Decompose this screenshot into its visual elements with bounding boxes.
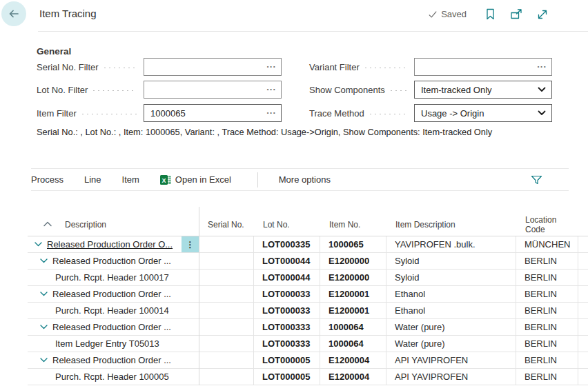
row-options-button[interactable]: ⋮ bbox=[182, 236, 199, 252]
table-row[interactable]: Released Production Order ... LOT000044 … bbox=[28, 253, 588, 270]
tracing-table: Description Serial No. Lot No. Item No. … bbox=[28, 214, 588, 385]
item-cell: E1200001 bbox=[320, 303, 386, 318]
description-cell: Purch. Rcpt. Header 100014 bbox=[28, 303, 199, 318]
item-description-cell: Ethanol bbox=[386, 286, 516, 302]
description-text[interactable]: Released Production Order ... bbox=[52, 322, 171, 332]
title-divider bbox=[38, 31, 588, 32]
item-filter-input[interactable]: 1000065 ... bbox=[144, 104, 282, 122]
col-header-location-code[interactable]: Location Code bbox=[516, 214, 578, 236]
description-text[interactable]: Released Production Order ... bbox=[52, 355, 171, 365]
description-cell: Released Production Order ... bbox=[28, 352, 199, 368]
col-header-lot-no[interactable]: Lot No. bbox=[254, 214, 320, 236]
description-text[interactable]: Released Production Order ... bbox=[52, 289, 171, 299]
table-row[interactable]: Purch. Rcpt. Header 100005 LOT000005 E12… bbox=[28, 369, 588, 385]
col-header-spacer bbox=[578, 214, 588, 236]
general-section: General Serial No. Filter ... Lot No. Fi… bbox=[0, 41, 588, 169]
location-cell: BERLIN bbox=[516, 270, 578, 285]
table-row[interactable]: Released Production Order ... LOT000033 … bbox=[28, 286, 588, 303]
table-row[interactable]: Released Production Order ... LOT000333 … bbox=[28, 319, 588, 336]
filter-button[interactable] bbox=[531, 174, 542, 185]
location-cell: BERLIN bbox=[516, 303, 578, 318]
trace-method-select[interactable]: Usage -> Origin bbox=[414, 104, 552, 122]
spacer-cell bbox=[578, 253, 588, 269]
expand-chevron-icon[interactable] bbox=[35, 242, 42, 247]
description-cell: Purch. Rcpt. Header 100017 bbox=[28, 270, 199, 285]
open-in-excel-button[interactable]: X Open in Excel bbox=[160, 174, 231, 185]
expand-chevron-icon[interactable] bbox=[40, 358, 48, 363]
item-description-cell: YAVIPROFEN .bulk. bbox=[386, 236, 516, 252]
item-cell: E1200000 bbox=[320, 270, 386, 285]
description-text[interactable]: Purch. Rcpt. Header 100017 bbox=[55, 272, 169, 283]
table-row[interactable]: Item Ledger Entry T05013 LOT000333 10000… bbox=[28, 336, 588, 352]
serial-cell bbox=[199, 319, 254, 335]
item-description-cell: Water (pure) bbox=[386, 336, 516, 352]
expand-chevron-icon[interactable] bbox=[40, 325, 48, 329]
field-serial-no-filter: Serial No. Filter ... bbox=[37, 58, 282, 76]
serial-cell bbox=[199, 352, 254, 368]
table-row[interactable]: Released Production Order ... LOT000005 … bbox=[28, 352, 588, 369]
lot-cell: LOT000335 bbox=[254, 236, 320, 252]
back-button[interactable] bbox=[1, 1, 26, 26]
location-cell: BERLIN bbox=[516, 369, 578, 385]
expand-chevron-icon[interactable] bbox=[40, 258, 48, 263]
table-row[interactable]: Purch. Rcpt. Header 100014 LOT000033 E12… bbox=[28, 303, 588, 319]
lot-cell: LOT000044 bbox=[254, 270, 320, 285]
description-text[interactable]: Released Production Order ... bbox=[52, 256, 171, 266]
spacer-cell bbox=[578, 236, 588, 252]
field-trace-method: Trace Method Usage -> Origin bbox=[309, 104, 552, 122]
lot-cell: LOT000044 bbox=[254, 253, 320, 269]
item-description-cell: API YAVIPROFEN bbox=[386, 352, 516, 368]
line-menu[interactable]: Line bbox=[84, 174, 101, 185]
item-filter-value: 1000065 bbox=[150, 108, 186, 119]
item-tracing-page: Item Tracing Saved bbox=[0, 0, 588, 386]
process-menu[interactable]: Process bbox=[31, 174, 63, 185]
bookmark-button[interactable] bbox=[484, 7, 497, 21]
location-cell: MÜNCHEN bbox=[516, 236, 578, 252]
assist-edit-button[interactable]: ... bbox=[266, 105, 276, 116]
description-link[interactable]: Released Production Order O... bbox=[47, 239, 173, 250]
assist-edit-button[interactable]: ... bbox=[266, 82, 276, 92]
expand-button[interactable] bbox=[536, 8, 549, 21]
item-description-cell: API YAVIPROFEN bbox=[386, 369, 516, 385]
show-components-select[interactable]: Item-tracked Only bbox=[414, 81, 552, 99]
location-cell: BERLIN bbox=[516, 286, 578, 302]
assist-edit-button[interactable]: ... bbox=[537, 59, 547, 70]
section-title: General bbox=[37, 46, 71, 57]
assist-edit-button[interactable]: ... bbox=[266, 59, 276, 70]
item-cell: E1200001 bbox=[320, 286, 386, 302]
description-text[interactable]: Item Ledger Entry T05013 bbox=[55, 338, 159, 349]
spacer-cell bbox=[578, 369, 588, 385]
col-header-item-no[interactable]: Item No. bbox=[320, 214, 386, 236]
serial-no-filter-input[interactable]: ... bbox=[144, 58, 282, 76]
description-text[interactable]: Purch. Rcpt. Header 100014 bbox=[55, 305, 169, 316]
open-in-new-window-button[interactable] bbox=[509, 8, 524, 21]
dotted-leader bbox=[365, 67, 407, 69]
lot-no-filter-input[interactable]: ... bbox=[144, 81, 282, 99]
description-cell: Released Production Order ... bbox=[28, 286, 199, 302]
table-row[interactable]: Purch. Rcpt. Header 100017 LOT000044 E12… bbox=[28, 270, 588, 286]
serial-cell bbox=[199, 369, 254, 385]
toolbar-divider bbox=[257, 172, 258, 187]
expand-chevron-icon[interactable] bbox=[40, 292, 48, 296]
table-row[interactable]: Released Production Order O... ⋮ LOT0003… bbox=[28, 236, 588, 253]
action-toolbar: Process Line Item X Open in Excel More o… bbox=[31, 168, 569, 191]
more-options-menu[interactable]: More options bbox=[279, 174, 331, 185]
description-text[interactable]: Purch. Rcpt. Header 100005 bbox=[55, 372, 169, 382]
description-cell: Released Production Order O... ⋮ bbox=[28, 236, 199, 252]
variant-filter-input[interactable]: ... bbox=[414, 58, 552, 76]
filter-summary-text: Serial No.: , Lot No.: , Item: 1000065, … bbox=[37, 127, 492, 137]
table-header-row: Description Serial No. Lot No. Item No. … bbox=[28, 214, 588, 236]
item-description-cell: Ethanol bbox=[386, 303, 516, 318]
col-header-serial-no[interactable]: Serial No. bbox=[199, 214, 254, 236]
location-cell: BERLIN bbox=[516, 253, 578, 269]
serial-cell bbox=[199, 303, 254, 318]
location-cell: BERLIN bbox=[516, 352, 578, 368]
spacer-cell bbox=[578, 336, 588, 352]
collapse-all-button[interactable] bbox=[43, 221, 52, 227]
page-title: Item Tracing bbox=[39, 8, 97, 19]
chevron-down-icon bbox=[538, 87, 546, 92]
description-cell: Released Production Order ... bbox=[28, 319, 199, 335]
item-menu[interactable]: Item bbox=[122, 174, 139, 185]
col-header-item-description[interactable]: Item Description bbox=[386, 214, 516, 236]
col-header-description[interactable]: Description bbox=[28, 214, 199, 236]
